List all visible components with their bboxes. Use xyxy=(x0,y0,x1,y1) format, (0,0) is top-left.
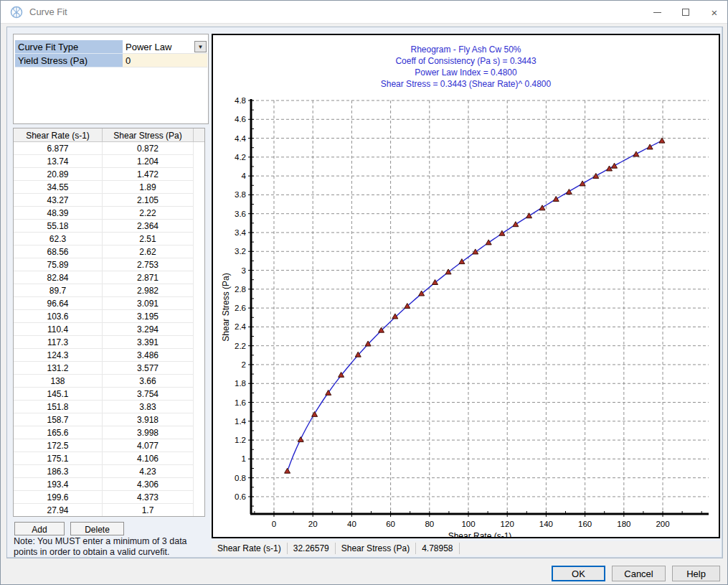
table-row[interactable]: 20.891.472 xyxy=(14,168,204,181)
shear-rate-cell[interactable]: 131.2 xyxy=(14,362,103,375)
shear-rate-cell[interactable]: 55.18 xyxy=(14,220,103,233)
table-row[interactable]: 68.562.62 xyxy=(14,245,204,258)
shear-rate-cell[interactable]: 145.1 xyxy=(14,388,103,401)
shear-stress-cell[interactable]: 2.22 xyxy=(103,207,194,220)
shear-rate-cell[interactable]: 186.3 xyxy=(14,465,103,478)
shear-stress-cell[interactable]: 3.195 xyxy=(103,310,194,323)
table-row[interactable]: 82.842.871 xyxy=(14,271,204,284)
shear-stress-cell[interactable]: 4.106 xyxy=(103,452,194,465)
table-row[interactable]: 175.14.106 xyxy=(14,452,204,465)
table-row[interactable]: 34.551.89 xyxy=(14,181,204,194)
add-button[interactable]: Add xyxy=(14,522,65,535)
rheogram-chart[interactable]: 0204060801001201401601802000.60.811.21.4… xyxy=(213,35,719,537)
table-row[interactable]: 145.13.754 xyxy=(14,388,204,401)
shear-stress-cell[interactable]: 3.83 xyxy=(103,401,194,413)
shear-rate-cell[interactable]: 34.55 xyxy=(14,181,103,194)
table-row[interactable]: 62.32.51 xyxy=(14,233,204,245)
shear-stress-cell[interactable]: 2.753 xyxy=(103,258,194,271)
table-row[interactable]: 75.892.753 xyxy=(14,258,204,271)
table-row[interactable]: 158.73.918 xyxy=(14,413,204,426)
maximize-button[interactable] xyxy=(671,1,700,24)
table-row[interactable]: 1383.66 xyxy=(14,375,204,388)
shear-rate-cell[interactable]: 103.6 xyxy=(14,310,103,323)
shear-stress-cell[interactable]: 2.51 xyxy=(103,233,194,245)
shear-rate-cell[interactable]: 48.39 xyxy=(14,207,103,220)
shear-stress-cell[interactable]: 3.091 xyxy=(103,297,194,310)
shear-stress-cell[interactable]: 3.66 xyxy=(103,375,194,388)
chevron-down-icon[interactable]: ▼ xyxy=(194,41,207,52)
shear-stress-cell[interactable]: 4.306 xyxy=(103,478,194,491)
table-row[interactable]: 131.23.577 xyxy=(14,362,204,375)
minimize-button[interactable] xyxy=(643,1,671,24)
table-row[interactable]: 165.63.998 xyxy=(14,426,204,439)
curve-fit-type-dropdown[interactable]: Power Law ▼ xyxy=(123,40,207,54)
shear-stress-cell[interactable]: 1.89 xyxy=(103,181,194,194)
table-row[interactable]: 151.83.83 xyxy=(14,401,204,413)
data-points-table[interactable]: Shear Rate (s-1) Shear Stress (Pa) 6.877… xyxy=(13,128,205,517)
help-button[interactable]: Help xyxy=(672,566,720,581)
shear-rate-cell[interactable]: 68.56 xyxy=(14,245,103,258)
shear-rate-cell[interactable]: 89.7 xyxy=(14,284,103,297)
shear-stress-cell[interactable]: 2.871 xyxy=(103,271,194,284)
shear-rate-cell[interactable]: 6.877 xyxy=(14,142,103,155)
table-row[interactable]: 186.34.23 xyxy=(14,465,204,478)
table-row[interactable]: 13.741.204 xyxy=(14,155,204,168)
table-row[interactable]: 103.63.195 xyxy=(14,310,204,323)
table-row[interactable]: 89.72.982 xyxy=(14,284,204,297)
table-row[interactable]: 6.8770.872 xyxy=(14,142,204,155)
shear-rate-cell[interactable]: 117.3 xyxy=(14,336,103,349)
shear-rate-column-header[interactable]: Shear Rate (s-1) xyxy=(14,128,103,141)
table-row[interactable]: 117.33.391 xyxy=(14,336,204,349)
shear-rate-cell[interactable]: 124.3 xyxy=(14,349,103,362)
table-row[interactable]: 124.33.486 xyxy=(14,349,204,362)
shear-rate-cell[interactable]: 43.27 xyxy=(14,194,103,207)
table-row[interactable]: 55.182.364 xyxy=(14,220,204,233)
yield-stress-input[interactable]: 0 xyxy=(123,54,207,67)
shear-stress-cell[interactable]: 3.577 xyxy=(103,362,194,375)
shear-rate-cell[interactable]: 151.8 xyxy=(14,401,103,413)
shear-stress-cell[interactable]: 3.391 xyxy=(103,336,194,349)
shear-stress-cell[interactable]: 3.754 xyxy=(103,388,194,401)
shear-stress-cell[interactable]: 3.294 xyxy=(103,323,194,336)
shear-rate-cell[interactable]: 110.4 xyxy=(14,323,103,336)
shear-rate-cell[interactable]: 82.84 xyxy=(14,271,103,284)
shear-rate-cell[interactable]: 175.1 xyxy=(14,452,103,465)
delete-button[interactable]: Delete xyxy=(70,522,124,535)
cancel-button[interactable]: Cancel xyxy=(612,566,666,581)
table-row[interactable]: 48.392.22 xyxy=(14,207,204,220)
shear-rate-cell[interactable]: 20.89 xyxy=(14,168,103,181)
shear-stress-cell[interactable]: 4.077 xyxy=(103,439,194,452)
shear-stress-cell[interactable]: 1.7 xyxy=(103,504,194,517)
table-row[interactable]: 96.643.091 xyxy=(14,297,204,310)
shear-stress-column-header[interactable]: Shear Stress (Pa) xyxy=(103,128,194,141)
shear-rate-cell[interactable]: 62.3 xyxy=(14,233,103,245)
shear-rate-cell[interactable]: 199.6 xyxy=(14,491,103,504)
shear-rate-cell[interactable]: 158.7 xyxy=(14,413,103,426)
shear-rate-cell[interactable]: 75.89 xyxy=(14,258,103,271)
ok-button[interactable]: OK xyxy=(552,566,605,581)
shear-stress-cell[interactable]: 2.62 xyxy=(103,245,194,258)
table-row[interactable]: 27.941.7 xyxy=(14,504,204,517)
shear-stress-cell[interactable]: 3.998 xyxy=(103,426,194,439)
shear-stress-cell[interactable]: 4.23 xyxy=(103,465,194,478)
table-row[interactable]: 199.64.373 xyxy=(14,491,204,504)
close-button[interactable]: × xyxy=(700,1,728,24)
shear-stress-cell[interactable]: 0.872 xyxy=(103,142,194,155)
table-row[interactable]: 110.43.294 xyxy=(14,323,204,336)
shear-stress-cell[interactable]: 1.204 xyxy=(103,155,194,168)
shear-rate-cell[interactable]: 96.64 xyxy=(14,297,103,310)
shear-stress-cell[interactable]: 1.472 xyxy=(103,168,194,181)
shear-rate-cell[interactable]: 138 xyxy=(14,375,103,388)
shear-stress-cell[interactable]: 2.364 xyxy=(103,220,194,233)
table-row[interactable]: 172.54.077 xyxy=(14,439,204,452)
shear-stress-cell[interactable]: 2.982 xyxy=(103,284,194,297)
shear-rate-cell[interactable]: 27.94 xyxy=(14,504,103,517)
table-row[interactable]: 193.44.306 xyxy=(14,478,204,491)
shear-stress-cell[interactable]: 2.105 xyxy=(103,194,194,207)
shear-rate-cell[interactable]: 13.74 xyxy=(14,155,103,168)
shear-stress-cell[interactable]: 4.373 xyxy=(103,491,194,504)
shear-rate-cell[interactable]: 172.5 xyxy=(14,439,103,452)
shear-stress-cell[interactable]: 3.918 xyxy=(103,413,194,426)
table-row[interactable]: 43.272.105 xyxy=(14,194,204,207)
shear-stress-cell[interactable]: 3.486 xyxy=(103,349,194,362)
